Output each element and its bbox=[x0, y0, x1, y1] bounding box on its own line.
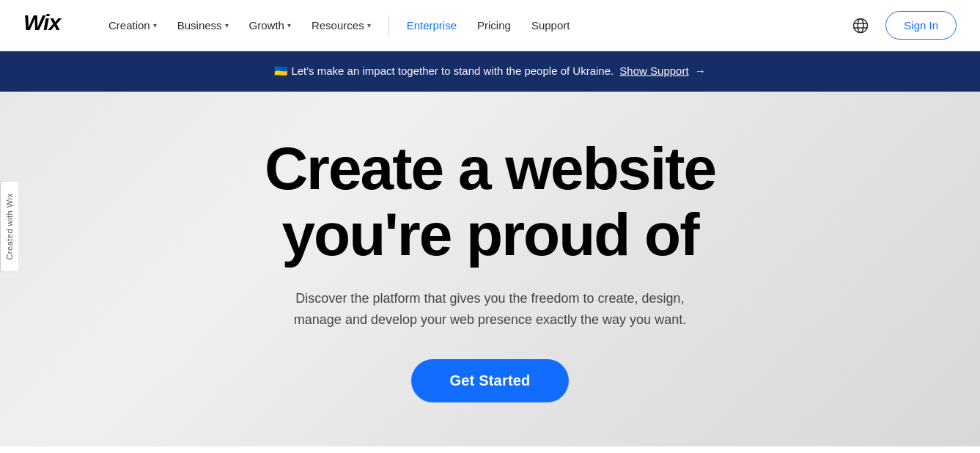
ukraine-banner: 🇺🇦 Let's make an impact together to stan… bbox=[0, 51, 980, 92]
nav-pricing-label: Pricing bbox=[477, 19, 511, 32]
chevron-down-icon: ▾ bbox=[287, 21, 291, 29]
nav-creation-label: Creation bbox=[108, 19, 150, 32]
nav-item-resources[interactable]: Resources ▾ bbox=[303, 13, 380, 37]
banner-text: Let's make an impact together to stand w… bbox=[291, 65, 614, 77]
chevron-down-icon: ▾ bbox=[225, 21, 229, 29]
banner-show-support-link[interactable]: Show Support bbox=[619, 65, 688, 77]
hero-title: Create a website you're proud of bbox=[190, 136, 791, 268]
nav-item-creation[interactable]: Creation ▾ bbox=[100, 13, 166, 37]
banner-flag: 🇺🇦 bbox=[274, 65, 288, 77]
globe-icon bbox=[852, 18, 869, 34]
sign-in-button[interactable]: Sign In bbox=[885, 11, 957, 40]
nav-links: Creation ▾ Business ▾ Growth ▾ Resources… bbox=[100, 13, 847, 37]
nav-growth-label: Growth bbox=[249, 19, 284, 32]
nav-divider bbox=[388, 15, 389, 36]
hero-subtitle: Discover the platform that gives you the… bbox=[285, 288, 696, 331]
nav-enterprise-label: Enterprise bbox=[407, 19, 457, 32]
svg-point-1 bbox=[854, 18, 868, 32]
svg-point-2 bbox=[858, 18, 863, 32]
nav-item-growth[interactable]: Growth ▾ bbox=[240, 13, 300, 37]
language-selector-button[interactable] bbox=[847, 12, 874, 39]
nav-item-support[interactable]: Support bbox=[523, 13, 579, 37]
get-started-button[interactable]: Get Started bbox=[411, 359, 568, 402]
nav-support-label: Support bbox=[531, 19, 570, 32]
side-badge: Created with Wix bbox=[0, 180, 18, 272]
svg-text:Wix: Wix bbox=[23, 11, 62, 34]
logo[interactable]: Wix bbox=[23, 11, 73, 40]
chevron-down-icon: ▾ bbox=[367, 21, 371, 29]
chevron-down-icon: ▾ bbox=[153, 21, 157, 29]
navbar: Wix Creation ▾ Business ▾ Growth ▾ Resou… bbox=[0, 0, 980, 51]
nav-item-enterprise[interactable]: Enterprise bbox=[398, 13, 465, 37]
hero-section: Create a website you're proud of Discove… bbox=[0, 92, 980, 447]
side-badge-text: Created with Wix bbox=[0, 180, 18, 272]
navbar-right: Sign In bbox=[847, 11, 957, 40]
banner-arrow-icon: → bbox=[695, 65, 706, 77]
nav-resources-label: Resources bbox=[312, 19, 364, 32]
nav-business-label: Business bbox=[177, 19, 222, 32]
wix-logo-text: Wix bbox=[23, 11, 73, 40]
nav-item-business[interactable]: Business ▾ bbox=[169, 13, 237, 37]
nav-item-pricing[interactable]: Pricing bbox=[468, 13, 520, 37]
